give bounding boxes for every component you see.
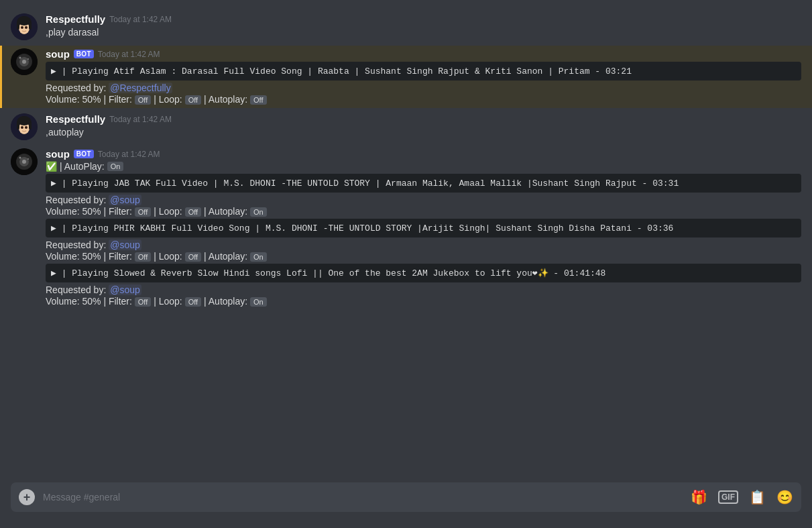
playing-text-4: ▶ | Playing Slowed & Reverb Slow Hindi s…	[51, 268, 605, 278]
loop-off-2: Off	[185, 207, 201, 217]
filter-off-4: Off	[135, 297, 151, 307]
loop-off: Off	[185, 95, 201, 105]
checkmark-icon: ✅	[46, 161, 57, 172]
message-group-3: Respectfully Today at 1:42 AM ,autoplay	[0, 111, 812, 143]
message-content: Respectfully Today at 1:42 AM ,autoplay	[46, 113, 801, 140]
requested-by-1: Requested by: @Respectfully	[46, 83, 801, 93]
mention-soup-1[interactable]: @soup	[109, 195, 141, 205]
svg-point-12	[19, 57, 21, 59]
svg-point-11	[22, 60, 26, 64]
message-group: Respectfully Today at 1:42 AM ,play dara…	[0, 11, 812, 43]
message-group-bot-2: soup BOT Today at 1:42 AM ✅ | AutoPlay: …	[0, 146, 812, 310]
avatar	[11, 48, 38, 75]
status-4: Volume: 50% | Filter: Off | Loop: Off | …	[46, 296, 801, 307]
svg-point-6	[21, 26, 23, 29]
playing-bar-4: ▶ | Playing Slowed & Reverb Slow Hindi s…	[46, 264, 801, 282]
mention-respectfully[interactable]: @Respectfully	[109, 83, 172, 93]
status-3: Volume: 50% | Filter: Off | Loop: Off | …	[46, 251, 801, 262]
timestamp: Today at 1:42 AM	[109, 115, 172, 124]
autoplay-on-2: On	[250, 207, 267, 217]
autoplay-status-line: ✅ | AutoPlay: On	[46, 161, 801, 172]
timestamp: Today at 1:42 AM	[98, 150, 160, 159]
playing-text-2: ▶ | Playing JAB TAK Full Video | M.S. DH…	[51, 178, 679, 189]
svg-rect-4	[17, 23, 19, 30]
username: soup	[46, 148, 70, 160]
requested-by-4: Requested by: @soup	[46, 284, 801, 295]
svg-point-21	[25, 126, 27, 129]
gif-icon[interactable]: GIF	[718, 490, 738, 504]
svg-point-25	[22, 160, 26, 164]
message-input-bar: + 🎁 GIF 📋 😊	[11, 482, 801, 512]
username: Respectfully	[46, 113, 105, 125]
svg-point-26	[19, 157, 21, 159]
mention-soup-2[interactable]: @soup	[109, 240, 141, 250]
svg-rect-18	[17, 123, 19, 129]
loop-off-4: Off	[185, 297, 201, 307]
svg-point-20	[21, 126, 23, 129]
filter-off-3: Off	[135, 252, 151, 262]
username: Respectfully	[46, 13, 105, 25]
message-group-bot-1: soup BOT Today at 1:42 AM ▶ | Playing At…	[0, 46, 812, 108]
avatar	[11, 148, 38, 175]
plus-icon: +	[23, 491, 31, 503]
svg-rect-19	[29, 123, 32, 129]
sticker-icon[interactable]: 📋	[749, 489, 766, 505]
bot-badge: BOT	[74, 50, 94, 58]
svg-point-27	[27, 158, 29, 160]
avatar	[11, 113, 38, 140]
timestamp: Today at 1:42 AM	[109, 15, 172, 24]
emoji-icon[interactable]: 😊	[776, 489, 793, 505]
avatar	[11, 13, 38, 40]
message-header: soup BOT Today at 1:42 AM	[46, 148, 801, 160]
timestamp: Today at 1:42 AM	[98, 50, 160, 59]
requested-by-2: Requested by: @soup	[46, 195, 801, 205]
filter-off: Off	[135, 95, 151, 105]
bot-badge: BOT	[74, 150, 94, 158]
loop-off-3: Off	[185, 252, 201, 262]
username: soup	[46, 48, 70, 60]
autoplay-on-4: On	[250, 297, 267, 307]
mention-soup-3[interactable]: @soup	[109, 284, 141, 295]
input-icons: 🎁 GIF 📋 😊	[691, 489, 793, 505]
svg-point-7	[25, 26, 27, 29]
status-2: Volume: 50% | Filter: Off | Loop: Off | …	[46, 206, 801, 217]
message-content: soup BOT Today at 1:42 AM ▶ | Playing At…	[46, 48, 801, 105]
message-header: soup BOT Today at 1:42 AM	[46, 48, 801, 60]
playing-text-1: ▶ | Playing Atif Aslam : Darasal Full Vi…	[51, 66, 632, 76]
svg-rect-5	[29, 23, 32, 30]
autoplay-on-badge: On	[107, 162, 124, 171]
svg-point-3	[17, 16, 31, 25]
message-content-bot-2: soup BOT Today at 1:42 AM ✅ | AutoPlay: …	[46, 148, 801, 307]
filter-off-2: Off	[135, 207, 151, 217]
message-content: Respectfully Today at 1:42 AM ,play dara…	[46, 13, 801, 40]
messages-container: Respectfully Today at 1:42 AM ,play dara…	[0, 0, 812, 482]
autoplay-off: Off	[250, 95, 266, 105]
playing-bar-1: ▶ | Playing Atif Aslam : Darasal Full Vi…	[46, 62, 801, 81]
gift-icon[interactable]: 🎁	[691, 489, 707, 505]
status-1: Volume: 50% | Filter: Off | Loop: Off | …	[46, 94, 801, 105]
autoplay-on-3: On	[250, 252, 267, 262]
message-header: Respectfully Today at 1:42 AM	[46, 13, 801, 25]
requested-by-3: Requested by: @soup	[46, 240, 801, 250]
svg-point-17	[17, 116, 31, 125]
message-text: ,play darasal	[46, 26, 801, 40]
playing-text-3: ▶ | Playing PHIR KABHI Full Video Song |…	[51, 223, 673, 233]
playing-bar-2: ▶ | Playing JAB TAK Full Video | M.S. DH…	[46, 174, 801, 193]
playing-bar-3: ▶ | Playing PHIR KABHI Full Video Song |…	[46, 219, 801, 237]
message-input[interactable]	[43, 492, 691, 503]
svg-point-13	[27, 58, 29, 60]
message-header: Respectfully Today at 1:42 AM	[46, 113, 801, 125]
add-attachment-button[interactable]: +	[19, 489, 35, 505]
message-text: ,autoplay	[46, 126, 801, 140]
